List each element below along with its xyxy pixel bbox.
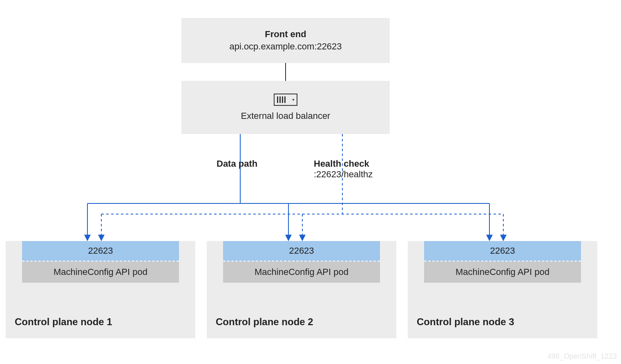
frontend-box: Front end api.ocp.example.com:22623 [181,18,390,63]
node-title: Control plane node 3 [417,316,514,328]
pod-stack: 22623 MachineConfig API pod [22,241,179,283]
control-plane-node-3: 22623 MachineConfig API pod Control plan… [408,241,597,338]
pod-stack: 22623 MachineConfig API pod [424,241,581,283]
health-check-endpoint: :22623/healthz [314,169,373,180]
control-plane-node-1: 22623 MachineConfig API pod Control plan… [6,241,195,338]
port-label: 22623 [22,241,179,261]
load-balancer-icon [274,94,297,106]
node-title: Control plane node 2 [216,316,313,328]
pod-label: MachineConfig API pod [424,261,581,283]
pod-label: MachineConfig API pod [22,261,179,283]
pod-stack: 22623 MachineConfig API pod [223,241,380,283]
frontend-address: api.ocp.example.com:22623 [229,41,342,52]
control-plane-node-2: 22623 MachineConfig API pod Control plan… [207,241,396,338]
port-label: 22623 [424,241,581,261]
health-check-label: Health check :22623/healthz [314,159,373,180]
node-title: Control plane node 1 [15,316,112,328]
frontend-title: Front end [265,29,306,40]
load-balancer-label: External load balancer [241,111,331,121]
port-label: 22623 [223,241,380,261]
health-check-title: Health check [314,159,373,169]
data-path-label: Data path [217,159,257,169]
load-balancer-box: External load balancer [181,81,390,134]
watermark: 496_OpenShift_1223 [547,352,617,361]
pod-label: MachineConfig API pod [223,261,380,283]
